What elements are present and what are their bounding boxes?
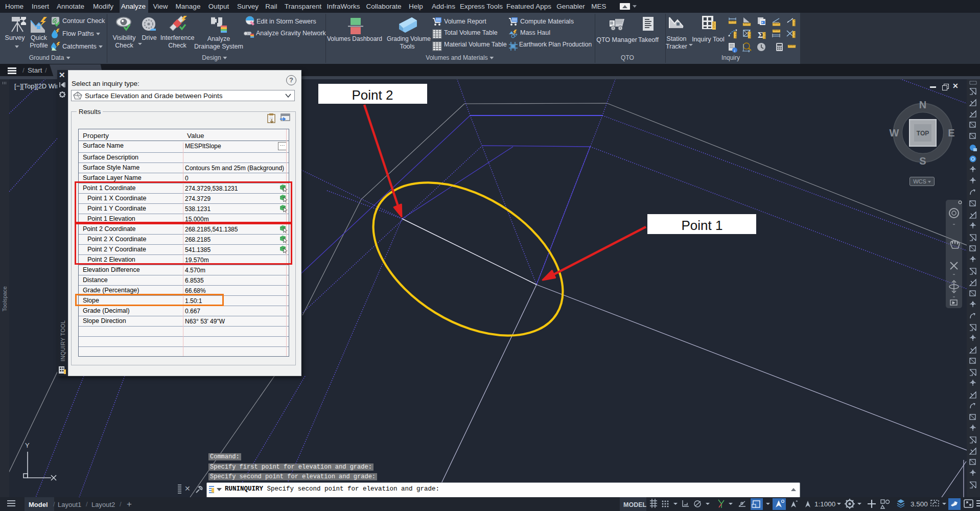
- svg-text:S: S: [919, 155, 926, 167]
- svg-text:W: W: [890, 127, 899, 138]
- svg-text:E: E: [948, 127, 954, 138]
- svg-text:Y: Y: [25, 442, 30, 449]
- svg-text:1:1000: 1:1000: [814, 500, 835, 508]
- svg-text:N: N: [919, 99, 926, 110]
- svg-text:TOP: TOP: [917, 130, 929, 137]
- svg-text:3.500: 3.500: [911, 500, 928, 508]
